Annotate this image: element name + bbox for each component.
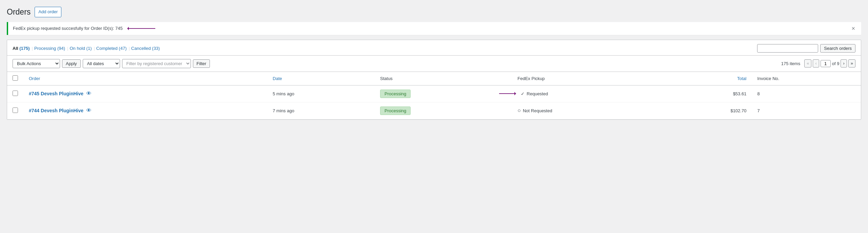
row-745-fedex-cell: ✓ Requested [517,91,657,96]
add-order-button[interactable]: Add order [35,7,61,17]
row-744-fedex-status: Not Requested [523,108,552,113]
row-744-status: Processing [375,102,512,119]
table-row: #745 Devesh PluginHive 👁 5 mins ago Proc… [7,85,861,102]
filters-right: 175 items « ‹ 1 of 9 › » [781,59,855,67]
apply-button[interactable]: Apply [62,59,81,68]
row-745-invoice: 8 [752,85,861,102]
pagination-of-label: of 9 [832,61,840,66]
tab-all[interactable]: All (175) [13,46,30,54]
row-745-order-link[interactable]: #745 Devesh PluginHive [29,91,83,96]
row-745-date: 5 mins ago [267,85,375,102]
row-745-eye-icon[interactable]: 👁 [86,91,92,97]
tabs-list: All (175) | Processing (94) | On hold (1… [13,46,160,54]
row-744-total: $102.70 [663,102,752,119]
table-header-row: Order Date Status FedEx Pickup Total Inv… [7,72,861,85]
header-order[interactable]: Order [23,72,267,85]
page-title: Orders [7,7,31,17]
row-745-check-icon: ✓ [521,91,525,96]
tab-sep-2: | [67,46,68,54]
row-745-status: Processing [375,85,512,102]
tab-cancelled[interactable]: Cancelled (33) [131,46,160,54]
search-orders-area: Search orders [757,44,855,55]
row-745-fedex: ✓ Requested [512,85,663,102]
row-744-checkbox-cell [7,102,23,119]
tab-sep-3: | [94,46,95,54]
pagination-last-button[interactable]: » [848,59,855,67]
row-744-order-cell: #744 Devesh PluginHive 👁 [23,102,267,119]
table-body: #745 Devesh PluginHive 👁 5 mins ago Proc… [7,85,861,119]
pagination-next-button[interactable]: › [841,59,847,67]
bulk-actions-select[interactable]: Bulk Actions [13,59,60,68]
row-745-checkbox[interactable] [13,91,18,96]
tab-processing[interactable]: Processing (94) [34,46,65,54]
arrow-right-line [499,93,516,94]
select-all-checkbox[interactable] [13,75,18,81]
row-744-invoice: 7 [752,102,861,119]
page-header: Orders Add order [7,7,861,17]
row-745-order-content: #745 Devesh PluginHive 👁 [29,91,262,97]
notice-text: FedEx pickup requested succesfully for O… [13,26,123,31]
notice-bar: FedEx pickup requested succesfully for O… [7,22,861,35]
row-744-fedex-cell: ○ Not Requested [517,108,657,114]
filters-bar: Bulk Actions Apply All dates Filter by r… [7,56,861,72]
header-date[interactable]: Date [267,72,375,85]
row-744-circle-icon: ○ [517,108,521,114]
row-745-fedex-status: Requested [527,91,548,96]
filter-button[interactable]: Filter [193,59,210,68]
items-count: 175 items [781,61,800,66]
arrow-right-head [514,92,518,95]
table-row: #744 Devesh PluginHive 👁 7 mins ago Proc… [7,102,861,119]
row-745-total: $53.61 [663,85,752,102]
arrow-line [128,28,155,29]
header-checkbox-cell [7,72,23,85]
filters-left: Bulk Actions Apply All dates Filter by r… [13,59,210,68]
row-744-order-link[interactable]: #744 Devesh PluginHive [29,108,83,113]
row-745-checkbox-cell [7,85,23,102]
header-invoice: Invoice No. [752,72,861,85]
pagination-first-button[interactable]: « [804,59,811,67]
table-head: Order Date Status FedEx Pickup Total Inv… [7,72,861,85]
orders-table: Order Date Status FedEx Pickup Total Inv… [7,72,861,119]
tabs-bar: All (175) | Processing (94) | On hold (1… [7,40,861,56]
header-status: Status [375,72,512,85]
notice-close-button[interactable]: × [850,25,856,32]
tab-sep-1: | [32,46,33,54]
search-orders-input[interactable] [757,44,818,53]
pagination-current-input[interactable]: 1 [821,60,831,67]
pagination-prev-button[interactable]: ‹ [813,59,819,67]
tab-completed[interactable]: Completed (47) [96,46,127,54]
notice-arrow-icon [128,28,155,29]
row-745-fedex-arrow-icon [499,93,516,94]
customer-select[interactable]: Filter by registered customer [122,59,191,68]
main-content: All (175) | Processing (94) | On hold (1… [7,40,861,120]
notice-content: FedEx pickup requested succesfully for O… [13,26,155,31]
row-744-order-content: #744 Devesh PluginHive 👁 [29,108,262,114]
row-744-checkbox[interactable] [13,108,18,113]
header-total[interactable]: Total [663,72,752,85]
row-744-eye-icon[interactable]: 👁 [86,108,92,114]
row-745-status-badge: Processing [380,90,411,98]
row-745-order-cell: #745 Devesh PluginHive 👁 [23,85,267,102]
row-744-date: 7 mins ago [267,102,375,119]
dates-select[interactable]: All dates [83,59,120,68]
tab-sep-4: | [129,46,130,54]
row-744-status-badge: Processing [380,106,411,115]
tab-on-hold[interactable]: On hold (1) [70,46,92,54]
page-wrapper: Orders Add order FedEx pickup requested … [0,0,868,233]
header-fedex-pickup: FedEx Pickup [512,72,663,85]
row-744-fedex: ○ Not Requested [512,102,663,119]
search-orders-button[interactable]: Search orders [820,44,855,53]
